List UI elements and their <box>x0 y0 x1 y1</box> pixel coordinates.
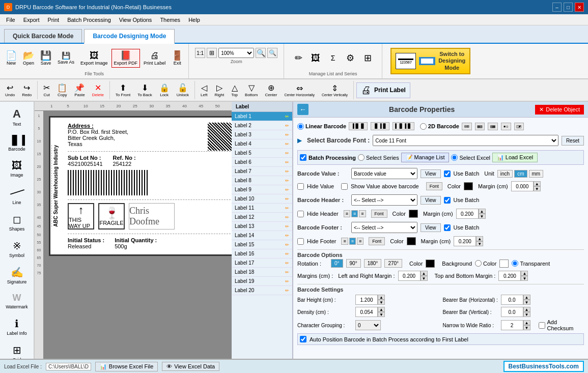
value-font-btn[interactable]: Font <box>426 182 442 190</box>
footer-align-left-btn[interactable]: ≡ <box>341 238 348 245</box>
bar-height-up[interactable]: ▲ <box>378 295 385 300</box>
new-btn[interactable]: 📄New <box>3 49 19 68</box>
line-tool[interactable]: ╱ Line <box>2 182 32 209</box>
header-margin-up[interactable]: ▲ <box>479 209 486 214</box>
delete-object-btn[interactable]: ✕ Delete Object <box>535 105 584 114</box>
align-top-btn[interactable]: △Top <box>228 81 241 99</box>
show-value-above-check[interactable] <box>341 183 348 190</box>
lock-btn[interactable]: 🔒Lock <box>156 81 173 99</box>
select-series-radio[interactable] <box>358 154 365 161</box>
label-item-2[interactable]: Label 2✏ <box>232 121 292 130</box>
menu-export[interactable]: Export <box>19 16 44 24</box>
unit-cm[interactable]: cm <box>514 170 527 178</box>
footer-margin-up[interactable]: ▲ <box>476 236 483 241</box>
lr-margin-up[interactable]: ▲ <box>421 271 428 276</box>
select-excel-radio-label[interactable]: Select Excel <box>451 154 490 161</box>
label-item-11[interactable]: Label 11✏ <box>232 204 292 213</box>
manage-list-btn[interactable]: 📝 Manage List <box>401 153 450 162</box>
header-align-right-btn[interactable]: ≡ <box>359 210 366 217</box>
bearer-horiz-down[interactable]: ▼ <box>523 300 530 305</box>
load-excel-btn[interactable]: 📊 Load Excel <box>492 153 538 162</box>
image-manage-btn[interactable]: 🖼 <box>307 51 324 65</box>
menu-help[interactable]: Help <box>184 16 204 24</box>
density-input[interactable] <box>355 307 378 317</box>
print-label-tb-btn[interactable]: 🖨Print Label <box>141 49 168 68</box>
bearer-vert-down[interactable]: ▼ <box>523 312 530 317</box>
rot-270-btn[interactable]: 270° <box>384 259 402 268</box>
bar-height-down[interactable]: ▼ <box>378 300 385 305</box>
use-batch-footer-check[interactable] <box>444 224 451 231</box>
label-item-4[interactable]: Label 4✏ <box>232 139 292 149</box>
undo-btn[interactable]: ↩Undo <box>2 81 18 99</box>
bc-2d-sym-3[interactable]: ▨▩ <box>488 123 498 130</box>
select-series-radio-label[interactable]: Select Series <box>358 154 399 161</box>
image-tool[interactable]: 🖼 Image <box>2 156 32 181</box>
zoom-fit-btn[interactable]: ⊞ <box>207 48 217 58</box>
barcode-footer-view-btn[interactable]: View <box>421 223 441 232</box>
footer-margin-input[interactable] <box>454 236 476 246</box>
delete-btn[interactable]: ✕Delete <box>89 81 107 99</box>
bc-2d-sym-4[interactable]: ▪▫ <box>501 123 511 130</box>
grid-tool[interactable]: ⊞ Grid <box>2 340 32 359</box>
label-item-10[interactable]: Label 10✏ <box>232 194 292 204</box>
bc-sym-2[interactable]: ▐▌▐▐▌ <box>371 122 389 130</box>
hide-value-check[interactable] <box>297 183 304 190</box>
edit-manage-btn[interactable]: ✏ <box>290 51 306 65</box>
bearer-vert-up[interactable]: ▲ <box>523 307 530 312</box>
label-item-12[interactable]: Label 12✏ <box>232 213 292 222</box>
density-down[interactable]: ▼ <box>378 312 385 317</box>
rp-back-btn[interactable]: ← <box>297 104 309 115</box>
twod-barcode-radio[interactable] <box>420 123 427 130</box>
export-pdf-btn[interactable]: 📕Export PDF <box>111 49 141 68</box>
align-left-btn[interactable]: ◁Left <box>198 81 210 99</box>
align-right-btn[interactable]: ▷Right <box>211 81 227 99</box>
density-up[interactable]: ▲ <box>378 307 385 312</box>
unit-mm[interactable]: mm <box>529 170 544 178</box>
label-item-20[interactable]: Label 20✏ <box>232 286 292 295</box>
bg-color-box[interactable] <box>499 260 509 268</box>
center-horiz-btn[interactable]: ⇔Center Horizontally <box>281 82 318 98</box>
label-item-17[interactable]: Label 17✏ <box>232 259 292 268</box>
copy-btn[interactable]: 📋Copy <box>54 81 70 99</box>
zoom-out-btn[interactable]: 🔍 <box>267 48 277 58</box>
zoom-select[interactable]: 100%50%75%150%200% <box>218 48 254 58</box>
header-font-btn[interactable]: Font <box>371 210 387 218</box>
menu-batch[interactable]: Batch Processing <box>63 16 115 24</box>
header-color-box[interactable] <box>409 210 418 218</box>
bc-2d-sym-1[interactable]: ⊞⊠ <box>462 123 472 130</box>
print-label-text[interactable]: Print Label <box>374 87 406 94</box>
header-align-center-btn[interactable]: ≡ <box>351 210 358 217</box>
use-batch-header-check[interactable] <box>444 197 451 204</box>
narrow-wide-up[interactable]: ▲ <box>523 320 530 325</box>
narrow-wide-input[interactable] <box>501 320 523 330</box>
text-tool[interactable]: A Text <box>2 104 32 130</box>
paste-btn[interactable]: 📌Paste <box>71 81 88 99</box>
label-item-16[interactable]: Label 16✏ <box>232 249 292 259</box>
align-bottom-btn[interactable]: ▽Bottom <box>242 81 261 99</box>
menu-themes[interactable]: Themes <box>156 16 184 24</box>
header-margin-down[interactable]: ▼ <box>479 214 486 219</box>
label-item-13[interactable]: Label 13✏ <box>232 222 292 231</box>
char-grouping-select[interactable]: 012 <box>355 320 381 330</box>
exit-btn[interactable]: 🚪Exit <box>169 49 185 68</box>
redo-btn[interactable]: ↪Redo <box>19 81 35 99</box>
zoom-in-btn[interactable]: 🔍 <box>256 48 266 58</box>
batch-processing-check[interactable] <box>300 154 306 161</box>
bg-color-radio[interactable] <box>475 260 482 267</box>
barcode-value-select[interactable]: Barcode value <box>351 168 417 179</box>
barcode-value-view-btn[interactable]: View <box>421 169 441 178</box>
bc-sym-1[interactable]: ▐▐▌▐▌ <box>349 122 368 130</box>
settings-manage-btn[interactable]: ⚙ <box>342 51 358 65</box>
lr-margin-down[interactable]: ▼ <box>421 276 428 281</box>
to-front-btn[interactable]: ⬆To Front <box>113 81 133 99</box>
close-btn[interactable]: ✕ <box>575 3 584 12</box>
value-margin-up[interactable]: ▲ <box>534 181 541 186</box>
hide-header-check[interactable] <box>297 211 304 217</box>
font-select-dropdown[interactable]: Code 11 Font Code 39 Font Code 128 Font … <box>373 135 558 146</box>
cut-btn[interactable]: ✂Cut <box>40 81 53 99</box>
tb-margin-down[interactable]: ▼ <box>521 276 528 281</box>
footer-align-center-btn[interactable]: ≡ <box>349 238 356 245</box>
open-btn[interactable]: 📂Open <box>20 49 37 68</box>
unit-inch[interactable]: inch <box>497 170 513 178</box>
auto-position-check[interactable] <box>300 336 306 342</box>
